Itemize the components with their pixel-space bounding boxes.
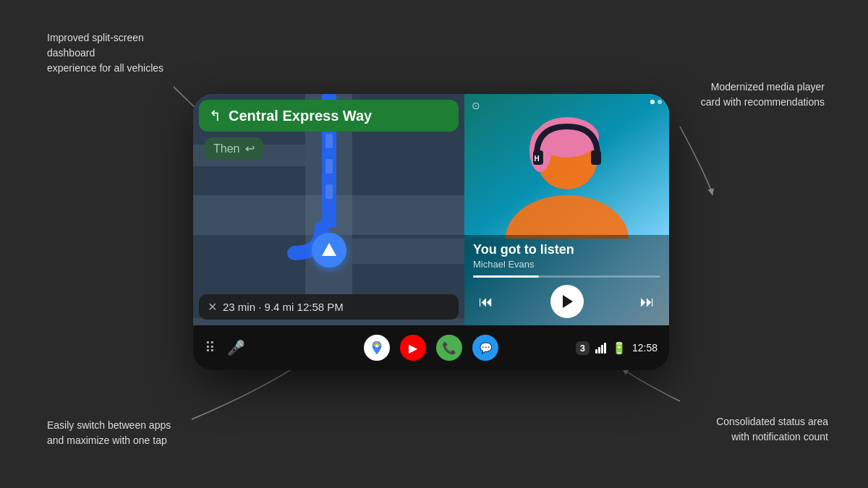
annotation-bottom-left-text: Easily switch between apps and maximize … bbox=[47, 419, 171, 446]
media-dot-1 bbox=[650, 100, 655, 104]
nav-pointer-inner bbox=[312, 233, 346, 267]
grid-menu-icon[interactable]: ⠿ bbox=[205, 339, 216, 356]
song-artist: Michael Evans bbox=[473, 259, 660, 270]
song-title: You got to listen bbox=[473, 242, 660, 257]
microphone-icon[interactable]: 🎤 bbox=[227, 339, 245, 356]
bottom-nav-bar: ⠿ 🎤 ▶ 📞 bbox=[193, 325, 669, 370]
screen-content: ↰ Central Express Way Then ↩ bbox=[193, 94, 669, 370]
svg-rect-6 bbox=[352, 239, 464, 264]
phone-app-icon[interactable]: 📞 bbox=[436, 335, 462, 361]
signal-bar-2 bbox=[598, 347, 600, 354]
svg-rect-10 bbox=[326, 184, 333, 199]
signal-bar-3 bbox=[601, 345, 603, 354]
nav-right-status: 3 🔋 12:58 bbox=[585, 341, 658, 355]
cast-icon[interactable]: ⊙ bbox=[472, 100, 480, 111]
annotation-top-right: Modernized media player card with recomm… bbox=[680, 80, 825, 110]
nav-center-apps: ▶ 📞 💬 bbox=[277, 335, 585, 361]
media-dot-2 bbox=[658, 100, 662, 104]
svg-rect-17 bbox=[591, 150, 601, 165]
media-page-dots bbox=[650, 100, 662, 104]
nav-pointer-triangle bbox=[322, 243, 336, 256]
nav-left-controls: ⠿ 🎤 bbox=[205, 339, 277, 356]
annotation-bottom-right: Consolidated status area with notificati… bbox=[669, 414, 828, 445]
maps-app-icon[interactable] bbox=[364, 335, 390, 361]
signal-bar-4 bbox=[604, 343, 606, 354]
then-turn-icon: ↩ bbox=[245, 142, 255, 155]
eta-close-icon[interactable]: ✕ bbox=[208, 300, 217, 314]
signal-bar-1 bbox=[595, 349, 597, 354]
main-area: ↰ Central Express Way Then ↩ bbox=[193, 94, 669, 325]
direction-arrow-icon: ↰ bbox=[209, 107, 221, 124]
navigation-panel: ↰ Central Express Way Then ↩ bbox=[193, 94, 464, 325]
eta-bar: ✕ 23 min · 9.4 mi 12:58 PM bbox=[199, 294, 459, 320]
progress-fill bbox=[473, 275, 539, 278]
battery-icon: 🔋 bbox=[612, 341, 626, 355]
media-controls-overlay: You got to listen Michael Evans ⏮ ⏭ bbox=[464, 235, 669, 325]
time-display: 12:58 bbox=[632, 342, 658, 354]
media-panel: H ⊙ You got to listen Michael Evans bbox=[464, 94, 669, 325]
youtube-app-icon[interactable]: ▶ bbox=[400, 335, 426, 361]
then-banner: Then ↩ bbox=[205, 137, 263, 160]
eta-info: 23 min · 9.4 mi 12:58 PM bbox=[223, 301, 344, 313]
messages-app-icon[interactable]: 💬 bbox=[472, 335, 498, 361]
direction-street: Central Express Way bbox=[229, 108, 372, 124]
eta-arrival: 12:58 PM bbox=[297, 301, 344, 313]
then-label: Then bbox=[213, 142, 239, 155]
nav-pointer bbox=[312, 233, 346, 267]
eta-minutes: 23 min bbox=[223, 301, 255, 313]
skip-forward-button[interactable]: ⏭ bbox=[634, 291, 660, 313]
play-pause-button[interactable] bbox=[550, 285, 584, 318]
annotation-top-right-text: Modernized media player card with recomm… bbox=[701, 81, 825, 108]
annotation-top-left: Improved split-screen dashboard experien… bbox=[47, 30, 177, 76]
play-icon bbox=[563, 295, 573, 308]
progress-bar[interactable] bbox=[473, 275, 660, 278]
device-frame: ↰ Central Express Way Then ↩ bbox=[193, 94, 669, 370]
annotation-bottom-right-text: Consolidated status area with notificati… bbox=[716, 416, 828, 442]
svg-text:H: H bbox=[534, 155, 539, 163]
media-playback-controls: ⏮ ⏭ bbox=[473, 285, 660, 318]
signal-strength-icon bbox=[595, 343, 606, 354]
skip-back-button[interactable]: ⏮ bbox=[473, 291, 499, 313]
annotation-top-left-text: Improved split-screen dashboard experien… bbox=[47, 32, 163, 74]
nav-header: ↰ Central Express Way Then ↩ bbox=[193, 94, 464, 166]
eta-distance: 9.4 mi bbox=[265, 301, 294, 313]
direction-banner: ↰ Central Express Way bbox=[199, 100, 459, 132]
notification-badge[interactable]: 3 bbox=[576, 341, 590, 355]
annotation-bottom-left: Easily switch between apps and maximize … bbox=[47, 418, 192, 448]
